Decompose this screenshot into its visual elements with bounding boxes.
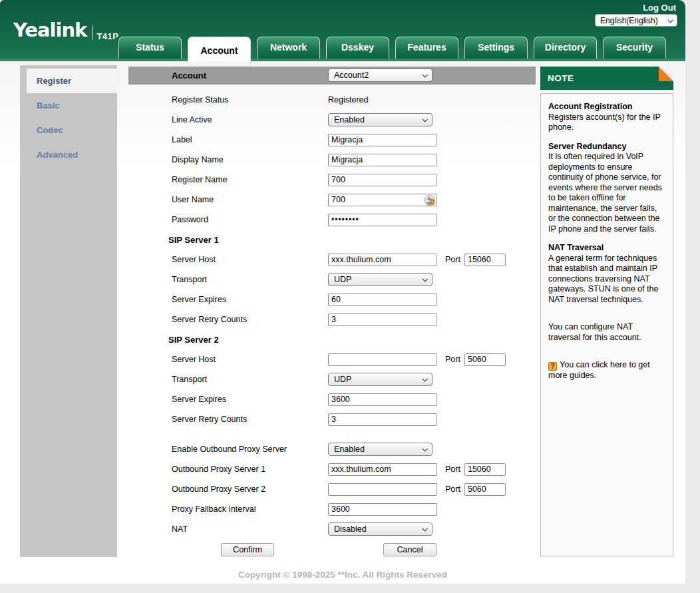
note-section-body: A general term for techniques that estab… bbox=[548, 254, 658, 304]
note-section-title: Account Registration bbox=[548, 102, 665, 112]
proxy-fallback-interval-input[interactable] bbox=[328, 503, 437, 516]
note-title: NOTE bbox=[548, 73, 574, 83]
section-header-sip-server-1: SIP Server 1 bbox=[128, 230, 536, 250]
outbound-proxy-server-1-port-label: Port bbox=[445, 465, 460, 474]
tab-security[interactable]: Security bbox=[603, 37, 666, 59]
server-host-input[interactable] bbox=[328, 254, 437, 266]
tab-status[interactable]: Status bbox=[118, 37, 182, 59]
section-title: SIP Server 1 bbox=[168, 235, 219, 245]
server-expires-input[interactable] bbox=[328, 294, 437, 306]
label-input[interactable] bbox=[328, 134, 437, 146]
outbound-proxy-server-1-port-input[interactable] bbox=[464, 463, 506, 476]
transport-select-value: UDP bbox=[334, 275, 351, 284]
note-section-body[interactable]: You can click here to get more guides. bbox=[548, 360, 650, 380]
server-retry-counts-input[interactable] bbox=[328, 413, 437, 426]
note-header: NOTE bbox=[540, 67, 673, 90]
tab-account[interactable]: Account bbox=[188, 37, 251, 66]
content-area: RegisterBasicCodecAdvanced Account Accou… bbox=[0, 61, 685, 584]
brand-text: Yealink bbox=[13, 19, 87, 41]
form-row-password: Password bbox=[128, 210, 536, 230]
server-host-label: Server Host bbox=[172, 355, 328, 364]
help-icon[interactable]: ? bbox=[548, 362, 557, 371]
model-text: T41P bbox=[96, 31, 118, 41]
line-active-select[interactable]: Enabled bbox=[328, 113, 433, 126]
language-select[interactable]: English(English) bbox=[595, 14, 677, 27]
enable-outbound-proxy-server-select-value: Enabled bbox=[334, 445, 365, 454]
tab-bar: StatusAccountNetworkDsskeyFeaturesSettin… bbox=[118, 37, 672, 59]
logout-link[interactable]: Log Out bbox=[643, 3, 676, 13]
server-host-port-input[interactable] bbox=[464, 353, 506, 366]
sidebar-item-codec[interactable]: Codec bbox=[20, 118, 117, 142]
sidebar: RegisterBasicCodecAdvanced bbox=[20, 65, 117, 557]
outbound-proxy-server-1-label: Outbound Proxy Server 1 bbox=[172, 465, 328, 474]
form-row-outbound-proxy-server-2: Outbound Proxy Server 2Port bbox=[128, 479, 536, 499]
tab-features[interactable]: Features bbox=[395, 37, 458, 59]
note-section-body: You can configure NAT traversal for this… bbox=[548, 322, 641, 342]
nat-select[interactable]: Disabled bbox=[328, 522, 433, 536]
server-retry-counts-input[interactable] bbox=[328, 313, 437, 326]
transport-select[interactable]: UDP bbox=[328, 373, 433, 386]
note-section-4: ?You can click here to get more guides. bbox=[548, 360, 665, 381]
note-section-3: You can configure NAT traversal for this… bbox=[548, 322, 665, 343]
register-name-input[interactable] bbox=[328, 174, 437, 186]
tab-settings[interactable]: Settings bbox=[464, 37, 528, 59]
server-host-input[interactable] bbox=[328, 353, 437, 366]
server-expires-input[interactable] bbox=[328, 393, 437, 406]
note-body: Account RegistrationRegisters account(s)… bbox=[540, 93, 673, 556]
tab-dsskey[interactable]: Dsskey bbox=[326, 37, 389, 59]
tab-network[interactable]: Network bbox=[257, 37, 320, 59]
form-row-nat: NATDisabled bbox=[128, 519, 536, 539]
form-row-server-host: Server HostPort bbox=[128, 349, 536, 369]
outbound-proxy-server-2-input[interactable] bbox=[328, 483, 437, 496]
sidebar-item-register[interactable]: Register bbox=[27, 69, 120, 93]
form-row-register-status: Register StatusRegistered bbox=[128, 90, 536, 110]
section-title: SIP Server 2 bbox=[168, 335, 219, 345]
password-label: Password bbox=[172, 215, 328, 224]
form-rows: Register StatusRegisteredLine ActiveEnab… bbox=[128, 90, 536, 539]
transport-select[interactable]: UDP bbox=[328, 273, 433, 286]
chevron-down-icon bbox=[422, 376, 427, 381]
transport-label: Transport bbox=[172, 275, 328, 284]
outbound-proxy-server-2-port-input[interactable] bbox=[464, 483, 506, 496]
transport-select-value: UDP bbox=[334, 375, 351, 384]
user-name-input[interactable] bbox=[328, 194, 437, 206]
display-name-label: Display Name bbox=[172, 155, 328, 164]
enable-outbound-proxy-server-select[interactable]: Enabled bbox=[328, 443, 433, 456]
chevron-down-icon bbox=[422, 276, 427, 282]
form-row-enable-outbound-proxy-server: Enable Outbound Proxy ServerEnabled bbox=[128, 439, 536, 459]
confirm-button[interactable]: Confirm bbox=[221, 543, 274, 556]
form-row-server-host: Server HostPort bbox=[128, 250, 536, 270]
form-row-server-retry-counts: Server Retry Counts bbox=[128, 309, 536, 329]
form-row-server-expires: Server Expires bbox=[128, 290, 536, 309]
line-active-select-value: Enabled bbox=[334, 115, 365, 124]
display-name-input[interactable] bbox=[328, 154, 437, 166]
cancel-button[interactable]: Cancel bbox=[383, 543, 437, 556]
form-row-transport: TransportUDP bbox=[128, 270, 536, 290]
account-form: Account Account2 Register StatusRegister… bbox=[128, 67, 536, 556]
note-section-body: It is often required in VoIP deployments… bbox=[548, 152, 662, 234]
sidebar-item-advanced[interactable]: Advanced bbox=[20, 142, 117, 167]
credential-lock-icon[interactable] bbox=[425, 195, 435, 206]
language-select-value: English(English) bbox=[600, 16, 658, 25]
account-select[interactable]: Account2 bbox=[328, 69, 433, 82]
chevron-down-icon bbox=[422, 526, 427, 531]
register-name-label: Register Name bbox=[172, 175, 328, 184]
outbound-proxy-server-1-input[interactable] bbox=[328, 463, 437, 476]
proxy-fallback-interval-label: Proxy Fallback Interval bbox=[172, 504, 328, 514]
outbound-proxy-server-2-label: Outbound Proxy Server 2 bbox=[172, 485, 328, 494]
form-row-label: Label bbox=[128, 130, 536, 150]
server-retry-counts-label: Server Retry Counts bbox=[172, 415, 328, 424]
password-input[interactable] bbox=[328, 214, 437, 226]
note-section-body: Registers account(s) for the IP phone. bbox=[548, 112, 661, 132]
account-select-value: Account2 bbox=[334, 71, 369, 80]
sidebar-item-basic[interactable]: Basic bbox=[20, 93, 117, 118]
note-panel: NOTE Account RegistrationRegisters accou… bbox=[540, 67, 673, 556]
outbound-proxy-server-2-port-label: Port bbox=[445, 485, 460, 494]
footer: Copyright © 1998-2025 **Inc. All Rights … bbox=[0, 570, 685, 580]
server-host-port-input[interactable] bbox=[464, 254, 506, 266]
form-row-transport: TransportUDP bbox=[128, 369, 536, 389]
tab-directory[interactable]: Directory bbox=[534, 37, 597, 59]
register-status-label: Register Status bbox=[172, 95, 328, 104]
note-section-server-redundancy: Server RedundancyIt is often required in… bbox=[548, 142, 665, 235]
chevron-down-icon bbox=[422, 446, 427, 451]
